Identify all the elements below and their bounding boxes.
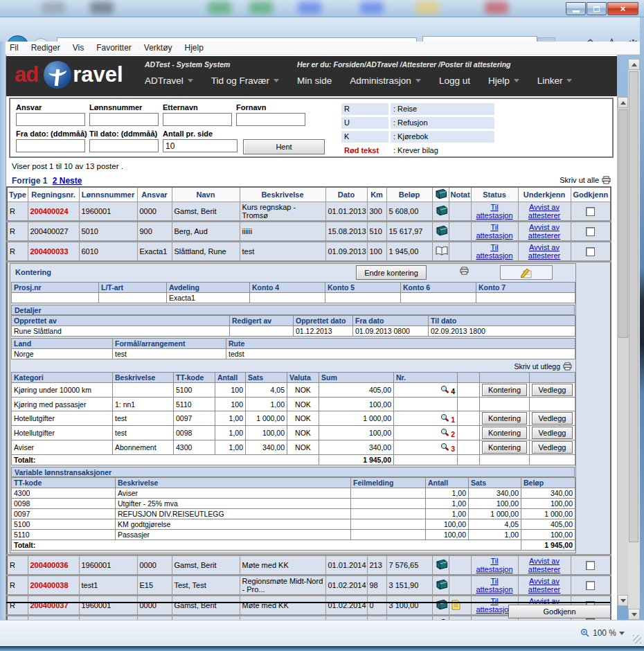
pagination-next-link[interactable]: 2 Neste [53,176,82,186]
cat-nr[interactable]: 4 [394,383,458,398]
godkjenn-button[interactable]: Godkjenn [508,605,611,618]
godkjenn-checkbox[interactable] [586,581,595,590]
kontering-row-button[interactable]: Kontering [482,441,527,454]
cell-book-icon[interactable] [432,555,449,576]
close-button[interactable]: × [607,2,638,15]
vedlegg-row-button[interactable]: Vedlegg [532,412,573,425]
vedlegg-row-button[interactable]: Vedlegg [532,384,573,396]
chevron-down-icon [188,79,193,82]
underkjenn-link[interactable]: Avvist av attesterer [521,577,569,594]
cat-nr[interactable]: 1 [394,411,458,426]
cell-book-icon[interactable] [432,576,449,596]
menu-item-hjelp[interactable]: Hjelp [185,43,204,53]
cat-nr[interactable]: 2 [394,426,458,440]
browser-scroll-down-icon[interactable] [628,609,640,620]
filter-input-etternavn[interactable] [163,113,232,126]
cell-book-icon[interactable] [432,242,449,262]
category-row: Hotellutgiftertest00971,001 000,00NOK1 0… [12,411,575,426]
cell-dato: 01.09.2013 [325,242,367,262]
kontering-row-button[interactable]: Kontering [482,427,527,439]
filter-input-fra-dato[interactable] [16,139,85,152]
hent-button[interactable]: Hent [243,139,325,154]
filter-input-antall-pr-side[interactable] [163,139,238,152]
print-icon-wrap[interactable] [460,267,469,276]
zoom-control[interactable]: 100 % [580,628,625,638]
cat-col-header [458,373,480,383]
nav-item-administrasjon[interactable]: Administrasjon [350,75,421,86]
cat-nr[interactable]: 3 [394,440,458,455]
cell-book-icon[interactable] [432,596,449,616]
nav-item-adtravel[interactable]: ADTravel [145,75,193,86]
resize-grip[interactable] [633,635,641,643]
kontering-row-button[interactable]: Kontering [482,384,527,396]
vedlegg-row-button[interactable]: Vedlegg [532,427,573,439]
filter-input-ansvar[interactable] [16,113,85,126]
cat-kategori: Aviser [12,440,113,455]
cat-kontering-cell [480,398,530,411]
underkjenn-link[interactable]: Avvist av attesterer [521,557,569,573]
nav-item-hjelp[interactable]: Hjelp [488,75,519,86]
nav-item-logg-ut[interactable]: Logg ut [439,75,470,86]
cat-col-header: Nr. [394,373,458,383]
status-link[interactable]: Til attestasjon [474,557,516,573]
status-link[interactable]: Til attestasjon [474,223,516,240]
table-row: R20040002419600010000Gamst, BeritKurs re… [7,202,611,222]
print-all[interactable]: Skriv ut alle [560,176,611,184]
status-link[interactable]: Til attestasjon [474,243,516,260]
cell-book-icon[interactable] [432,222,449,242]
cat-antall: 1,00 [215,426,246,440]
vedlegg-row-button[interactable]: Vedlegg [532,441,573,454]
nav-item-tid-og-frav-r[interactable]: Tid og Fravær [211,75,279,86]
cell-book-icon[interactable] [432,202,449,222]
godkjenn-checkbox[interactable] [586,247,595,256]
status-link[interactable]: Til attestasjon [474,203,516,220]
underkjenn-link[interactable]: Avvist av attesterer [521,203,569,220]
print-utlegg[interactable]: Skriv ut utlegg [11,361,575,372]
edit-kontering-cell[interactable] [500,265,553,280]
menu-item-fil[interactable]: Fil [10,43,19,53]
view-magnifier-icon [440,443,450,452]
cell-godkjenn [571,222,611,242]
underkjenn-link[interactable]: Avvist av attesterer [521,243,569,260]
maximize-button[interactable] [587,2,607,15]
page-scroll-down-icon[interactable] [618,595,628,606]
zoom-level-text: 100 % [593,628,616,638]
kontering-col-header: Konto 5 [325,283,401,293]
cat-col-header: Sum [319,373,394,383]
menu-item-vis[interactable]: Vis [73,43,84,53]
var-total-value: 1 945,00 [521,540,575,551]
menu-item-verkty[interactable]: Verktøy [144,43,172,53]
browser-scrollbar-thumb[interactable] [629,71,638,542]
cell-belop: 1 945,00 [386,242,432,262]
filter-input-lnnsnummer[interactable] [89,113,159,126]
underkjenn-link[interactable]: Avvist av attesterer [521,223,569,240]
minimize-button[interactable] [566,2,586,15]
status-link[interactable]: Til attestasjon [474,577,516,594]
godkjenn-checkbox[interactable] [586,227,595,236]
cat-total-empty [480,455,530,465]
filter-input-fornavn[interactable] [236,113,305,126]
info-value: 02.09.2013 1800 [429,326,575,337]
filter-input-til-dato[interactable] [89,139,159,152]
trip-value: Norge [12,349,113,359]
zoom-dropdown-icon[interactable] [619,632,625,635]
kontering-row-button[interactable]: Kontering [482,412,527,425]
godkjenn-checkbox[interactable] [586,561,595,570]
endre-kontering-button[interactable]: Endre kontering [356,265,427,280]
cat-beskrivelse: test [113,411,174,426]
browser-scrollbar[interactable] [628,59,640,620]
nav-item-min-side[interactable]: Min side [297,75,332,86]
legend-row: R: Reise [341,103,494,115]
page-scrollbar-thumb[interactable] [618,109,628,338]
menu-item-favoritter[interactable]: Favoritter [96,43,132,53]
menu-item-rediger[interactable]: Rediger [31,43,60,53]
nav-item-linker[interactable]: Linker [537,75,573,86]
cell-navn: Test, Test [172,576,240,596]
page-scroll-up-icon[interactable] [618,97,628,108]
browser-scroll-up-icon[interactable] [628,59,640,70]
cell-godkjenn [571,576,611,596]
page-scrollbar[interactable] [617,97,628,606]
cell-lonnsnummer: 1960001 [79,596,137,616]
var-trans-cell: 4300 [12,488,116,499]
godkjenn-checkbox[interactable] [586,207,595,216]
